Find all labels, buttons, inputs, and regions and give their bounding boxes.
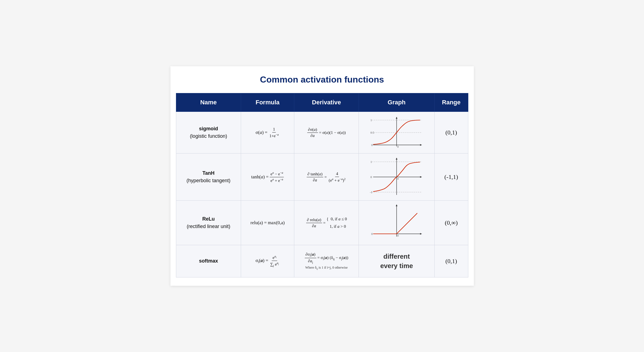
relu-graph: 0 0 xyxy=(359,201,434,245)
sigmoid-formula: σ(a) = 1 1+e−a xyxy=(241,112,294,153)
svg-text:0: 0 xyxy=(370,175,372,179)
page-title: Common activation functions xyxy=(176,75,468,85)
row-softmax: softmax σi(a) = eai ∑j eaj xyxy=(176,245,468,277)
softmax-name: softmax xyxy=(176,245,241,277)
header-graph: Graph xyxy=(359,93,434,112)
tanh-range: (-1,1) xyxy=(434,153,468,201)
svg-text:-1: -1 xyxy=(370,190,372,194)
relu-name: ReLu(rectified linear unit) xyxy=(176,201,241,245)
row-tanh: TanH(hyperbolic tangent) tanh(a) = ea − … xyxy=(176,153,468,201)
svg-text:0: 0 xyxy=(397,177,399,180)
relu-range: (0,∞) xyxy=(434,201,468,245)
activation-functions-table: Name Formula Derivative Graph Range sigm… xyxy=(176,93,468,277)
softmax-range: (0,1) xyxy=(434,245,468,277)
relu-derivative: ∂ relu(a) ∂a = { 0, if a ≤ 0 1, if a > 0 xyxy=(294,201,359,245)
svg-text:0: 0 xyxy=(371,143,373,147)
header-formula: Formula xyxy=(241,93,294,112)
tanh-formula: tanh(a) = ea − e−a ea + e−a xyxy=(241,153,294,201)
softmax-graph: differentevery time xyxy=(359,245,434,277)
svg-text:0.5: 0.5 xyxy=(370,131,374,134)
row-sigmoid: sigmoid(logistic function) σ(a) = 1 1+e−… xyxy=(176,112,468,153)
svg-text:0: 0 xyxy=(397,145,399,148)
sigmoid-range: (0,1) xyxy=(434,112,468,153)
svg-text:1: 1 xyxy=(370,118,372,122)
tanh-graph: 1 0 -1 0 xyxy=(359,153,434,201)
svg-text:0: 0 xyxy=(397,234,399,237)
header-range: Range xyxy=(434,93,468,112)
tanh-name: TanH(hyperbolic tangent) xyxy=(176,153,241,201)
softmax-formula: σi(a) = eai ∑j eaj xyxy=(241,245,294,277)
softmax-derivative: ∂σi(a) ∂aj = σi(a) (δij − σj(a)) Where δ… xyxy=(294,245,359,277)
tanh-derivative: ∂ tanh(a) ∂a = 4 (ea + e−a)2 xyxy=(294,153,359,201)
row-relu: ReLu(rectified linear unit) relu(a) = ma… xyxy=(176,201,468,245)
relu-formula: relu(a) = max(0,a) xyxy=(241,201,294,245)
svg-text:1: 1 xyxy=(370,160,372,163)
sigmoid-name: sigmoid(logistic function) xyxy=(176,112,241,153)
sigmoid-graph: 1 0.5 0 0 xyxy=(359,112,434,153)
different-every-time-text: differentevery time xyxy=(362,252,431,270)
header-name: Name xyxy=(176,93,241,112)
svg-text:0: 0 xyxy=(371,232,373,235)
header-derivative: Derivative xyxy=(294,93,359,112)
page-container: Common activation functions Name Formula… xyxy=(170,66,474,285)
sigmoid-derivative: ∂σ(a) ∂a = σ(a)(1 − σ(a)) xyxy=(294,112,359,153)
